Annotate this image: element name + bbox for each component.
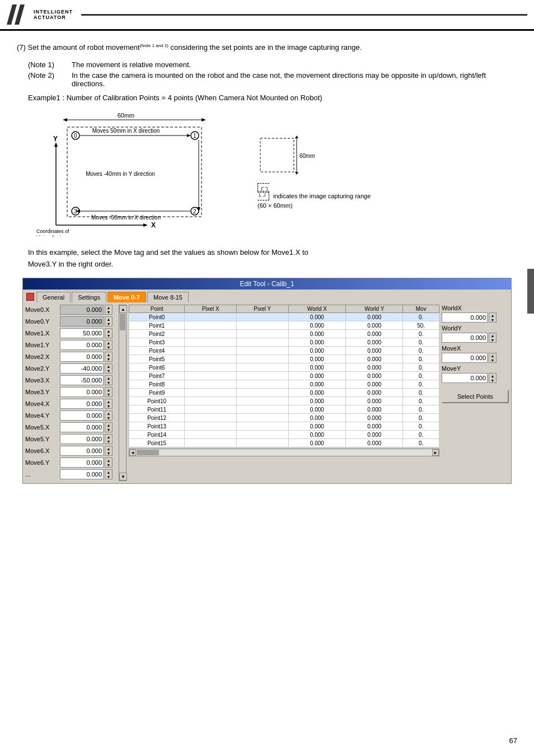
table-row[interactable]: Point120.0000.0000. [129,414,439,422]
move-field-input[interactable] [60,399,104,409]
tab-general[interactable]: General [36,292,71,302]
spin-down[interactable]: ▼ [105,427,112,432]
tab-settings[interactable]: Settings [72,292,106,302]
move-field-spinner[interactable]: ▲▼ [105,363,113,374]
scroll-right-arrow[interactable]: ► [432,449,439,456]
spin-down[interactable]: ▼ [105,392,112,396]
spin-down[interactable]: ▼ [105,333,112,338]
spin-down[interactable]: ▼ [105,345,112,349]
table-row[interactable]: Point90.0000.0000. [129,389,439,397]
table-row[interactable]: Point30.0000.0000. [129,338,439,347]
move-field-input[interactable] [60,328,104,338]
table-row[interactable]: Point110.0000.0000. [129,405,439,414]
move-field-spinner[interactable]: ▲▼ [105,458,113,468]
spin-up[interactable]: ▲ [105,470,112,474]
move-y-spin-down[interactable]: ▼ [489,378,496,382]
move-scrollbar[interactable]: ▲ ▼ [119,305,127,481]
select-points-button[interactable]: Select Points [442,390,509,403]
spin-up[interactable]: ▲ [105,423,112,427]
table-row[interactable]: Point80.0000.0000. [129,380,439,389]
world-x-input[interactable] [442,312,488,323]
move-x-input[interactable] [442,353,488,363]
spin-up[interactable]: ▲ [105,399,112,404]
move-field-spinner[interactable]: ▲▼ [105,434,113,444]
table-row[interactable]: Point130.0000.0000. [129,422,439,431]
spin-up[interactable]: ▲ [105,376,112,380]
move-x-spinner[interactable]: ▲ ▼ [489,353,496,363]
table-row[interactable]: Point00.0000.0000. [129,313,439,321]
move-field-spinner[interactable]: ▲▼ [105,316,113,326]
move-field-spinner[interactable]: ▲▼ [105,446,113,456]
move-field-input[interactable] [60,446,104,456]
spin-down[interactable]: ▼ [105,474,112,479]
table-row[interactable]: Point40.0000.0000. [129,347,439,355]
spin-down[interactable]: ▼ [105,451,112,455]
move-field-spinner[interactable]: ▲▼ [105,328,113,338]
scroll-left-arrow[interactable]: ◄ [129,449,136,456]
table-row[interactable]: Point150.0000.0000. [129,439,439,447]
spin-up[interactable]: ▲ [105,352,112,357]
move-field-spinner[interactable]: ▲▼ [105,387,113,397]
spin-down[interactable]: ▼ [105,368,112,373]
table-row[interactable]: Point10.0000.00050. [129,321,439,330]
move-field-input[interactable] [60,375,104,385]
spin-down[interactable]: ▼ [105,357,112,361]
move-field-input[interactable] [60,469,104,479]
spin-down[interactable]: ▼ [105,380,112,385]
tab-move-07[interactable]: Move 0-7 [107,292,146,302]
move-y-spinner[interactable]: ▲ ▼ [489,373,496,383]
world-y-spin-up[interactable]: ▲ [489,333,496,338]
world-x-spin-up[interactable]: ▲ [489,313,496,318]
spin-up[interactable]: ▲ [105,458,112,463]
spin-up[interactable]: ▲ [105,446,112,451]
move-y-input[interactable] [442,373,488,383]
table-row[interactable]: Point50.0000.0000. [129,355,439,363]
move-field-input[interactable] [60,340,104,350]
scroll-up-arrow[interactable]: ▲ [119,305,127,313]
spin-down[interactable]: ▼ [105,463,112,467]
move-field-spinner[interactable]: ▲▼ [105,399,113,409]
move-field-spinner[interactable]: ▲▼ [105,305,113,315]
spin-up[interactable]: ▲ [105,329,112,333]
world-y-input[interactable] [442,333,488,343]
move-field-spinner[interactable]: ▲▼ [105,375,113,385]
scroll-down-arrow[interactable]: ▼ [119,473,127,480]
move-field-spinner[interactable]: ▲▼ [105,410,113,421]
spin-up[interactable]: ▲ [105,364,112,368]
move-field-spinner[interactable]: ▲▼ [105,422,113,432]
tab-move-815[interactable]: Move 8-15 [147,292,189,302]
spin-up[interactable]: ▲ [105,435,112,439]
spin-up[interactable]: ▲ [105,340,112,345]
move-y-spin-up[interactable]: ▲ [489,374,496,378]
spin-down[interactable]: ▼ [105,321,112,326]
world-y-spinner[interactable]: ▲ ▼ [489,333,496,343]
table-row[interactable]: Point100.0000.0000. [129,397,439,405]
spin-up[interactable]: ▲ [105,317,112,321]
move-field-input[interactable] [60,387,104,397]
move-field-spinner[interactable]: ▲▼ [105,352,113,362]
move-field-input[interactable] [60,363,104,374]
world-x-spin-down[interactable]: ▼ [489,318,496,322]
move-field-input[interactable] [60,316,104,326]
table-row[interactable]: Point20.0000.0000. [129,330,439,338]
spin-down[interactable]: ▼ [105,404,112,408]
move-field-spinner[interactable]: ▲▼ [105,340,113,350]
move-field-input[interactable] [60,434,104,444]
move-x-spin-up[interactable]: ▲ [489,353,496,358]
move-field-input[interactable] [60,422,104,432]
world-x-spinner[interactable]: ▲ ▼ [489,312,496,323]
move-field-spinner[interactable]: ▲▼ [105,469,113,479]
move-field-input[interactable] [60,305,104,315]
move-field-input[interactable] [60,458,104,468]
spin-up[interactable]: ▲ [105,411,112,416]
move-field-input[interactable] [60,352,104,362]
world-y-spin-down[interactable]: ▼ [489,338,496,342]
spin-up[interactable]: ▲ [105,305,112,310]
table-row[interactable]: Point70.0000.0000. [129,372,439,380]
h-scrollbar[interactable]: ◄ ► [129,449,439,456]
spin-down[interactable]: ▼ [105,439,112,444]
table-row[interactable]: Point60.0000.0000. [129,363,439,372]
table-row[interactable]: Point140.0000.0000. [129,431,439,439]
move-x-spin-down[interactable]: ▼ [489,358,496,362]
spin-down[interactable]: ▼ [105,416,112,420]
